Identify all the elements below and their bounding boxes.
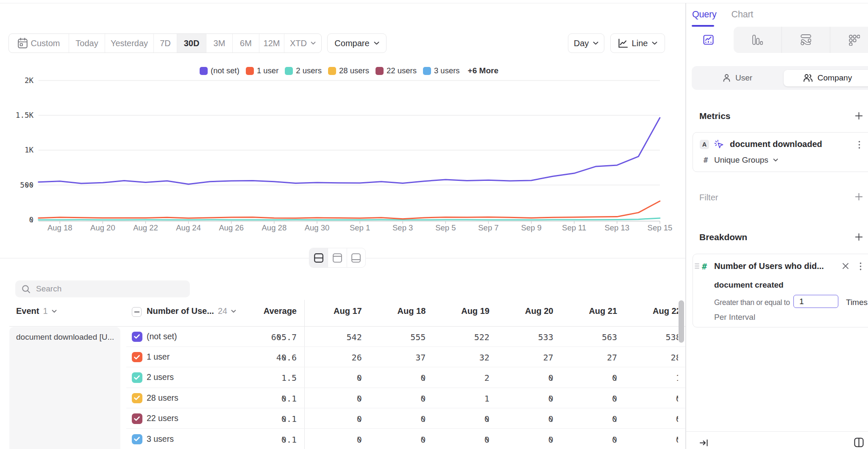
arrow-to-bar-icon: [700, 439, 708, 446]
table-row: 22 users0.1000000: [126, 408, 685, 429]
flows-icon: [801, 34, 811, 45]
row-values: 000000: [126, 408, 678, 429]
funnels-icon: [752, 35, 763, 45]
cell-value: 0: [496, 435, 554, 445]
cell-value: 0: [305, 414, 362, 424]
toggle-user[interactable]: User: [692, 66, 784, 90]
cell-value: 28: [624, 352, 678, 363]
row-values: 000000: [126, 429, 678, 449]
sidebar-footer-divider: [686, 431, 868, 432]
breakdown-card[interactable]: # Number of Users who did... document cr…: [693, 254, 868, 327]
cell-value: 26: [305, 352, 362, 363]
breakdown-condition-label: Greater than or equal to: [714, 298, 790, 307]
breakdown-type-symbol: #: [702, 261, 707, 272]
cell-value: 1: [624, 373, 678, 383]
event-row-label-text: document downloaded [U...: [16, 333, 114, 341]
cell-value: 27: [560, 352, 617, 363]
add-breakdown-button[interactable]: [855, 233, 862, 241]
sidebar-layout-icon: [854, 438, 864, 447]
table-row: 28 users0.1001000: [126, 388, 685, 408]
cell-value: 0: [496, 414, 554, 424]
cell-value: 2: [432, 373, 490, 383]
breakdown-unit-label: Times: [846, 298, 868, 307]
cell-value: 563: [560, 332, 617, 342]
event-click-icon: [714, 139, 724, 149]
cell-value: 37: [368, 352, 426, 363]
collapse-sidebar-button[interactable]: [699, 438, 709, 448]
cell-value: 0: [496, 373, 554, 383]
close-icon[interactable]: [842, 263, 849, 269]
sidebar-tabs: Query Chart: [692, 9, 753, 20]
tab-chart[interactable]: Chart: [732, 9, 754, 20]
plus-icon: [855, 193, 862, 200]
cell-value: 0: [305, 394, 362, 404]
insights-icon: [703, 35, 714, 45]
cell-value: 0: [368, 435, 426, 445]
plus-icon: [855, 233, 862, 241]
aggregation-symbol: #: [704, 156, 708, 164]
sidebar-border: [685, 3, 686, 449]
cell-value: 0: [560, 435, 617, 445]
breakdown-event[interactable]: document created: [714, 280, 784, 290]
filter-heading: Filter: [699, 193, 718, 202]
day-column-header: Aug 18: [368, 306, 426, 316]
cell-value: 0: [560, 394, 617, 404]
cell-value: 522: [432, 332, 490, 342]
chevron-down-icon: [773, 158, 778, 162]
cell-value: 0: [432, 435, 490, 445]
insights-tab[interactable]: [684, 27, 732, 53]
metrics-heading: Metrics: [699, 111, 731, 121]
toggle-user-label: User: [735, 73, 752, 83]
cell-value: 0: [368, 414, 426, 424]
cell-value: 0: [496, 394, 554, 404]
table-row: (not set)605.7542555522533563538: [126, 327, 685, 347]
row-values: 001000: [126, 388, 678, 408]
cell-value: 0: [368, 373, 426, 383]
toggle-company[interactable]: Company: [784, 70, 868, 86]
day-column-headers: Aug 17Aug 18Aug 19Aug 20Aug 21Aug 22: [0, 0, 678, 326]
metric-card[interactable]: A document downloaded # Unique Groups: [693, 132, 868, 172]
entity-toggle: User Company: [692, 66, 868, 90]
table-row: 1 user40.6263732272728: [126, 347, 685, 367]
table-scrollbar[interactable]: [679, 300, 684, 343]
cell-value: 0: [368, 394, 426, 404]
metric-name[interactable]: document downloaded: [730, 139, 822, 149]
breakdown-name[interactable]: Number of Users who did...: [714, 261, 824, 271]
funnels-tab[interactable]: [734, 27, 782, 53]
event-row-label[interactable]: document downloaded [U...: [9, 327, 120, 449]
toggle-panel-button[interactable]: [853, 437, 864, 448]
drag-handle-icon[interactable]: [695, 263, 699, 269]
cell-value: 1: [432, 394, 490, 404]
aggregation-dropdown[interactable]: Unique Groups: [714, 155, 778, 165]
cell-value: 555: [368, 332, 426, 342]
breakdown-heading: Breakdown: [699, 232, 747, 242]
flows-tab[interactable]: [782, 27, 830, 53]
table-row: 3 users0.1000000: [126, 429, 685, 449]
retention-icon: [849, 34, 860, 46]
kebab-menu-icon[interactable]: [858, 141, 860, 149]
cell-value: 0: [624, 394, 678, 404]
table-row: 2 users1.5002001: [126, 367, 685, 388]
row-values: 263732272728: [126, 347, 678, 367]
cell-value: 0: [305, 435, 362, 445]
metric-letter-badge: A: [700, 140, 709, 149]
aggregation-label: Unique Groups: [714, 155, 768, 165]
day-column-header: Aug 22: [624, 306, 678, 316]
cell-value: 538: [624, 332, 678, 342]
cell-value: 0: [305, 373, 362, 383]
retention-tab[interactable]: [830, 27, 868, 53]
row-values: 002001: [126, 367, 678, 388]
cell-value: 0: [624, 414, 678, 424]
day-column-header: Aug 21: [560, 306, 617, 316]
company-icon: [804, 74, 812, 82]
kebab-menu-icon[interactable]: [860, 262, 862, 271]
cell-value: 27: [496, 352, 554, 363]
add-metric-button[interactable]: [855, 112, 862, 119]
day-column-header: Aug 19: [432, 306, 490, 316]
row-values: 542555522533563538: [126, 327, 678, 347]
breakdown-value-input[interactable]: [793, 295, 838, 308]
add-filter-button[interactable]: [855, 193, 862, 200]
tab-query[interactable]: Query: [692, 9, 717, 20]
cell-value: 0: [560, 373, 617, 383]
cell-value: 0: [560, 414, 617, 424]
